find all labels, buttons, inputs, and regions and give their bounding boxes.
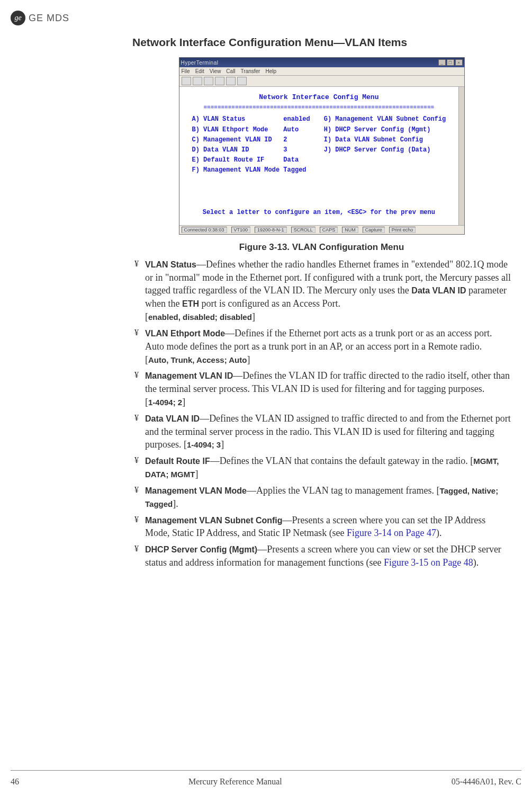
toolbar-icon xyxy=(215,77,224,85)
minimize-icon: _ xyxy=(438,59,446,66)
section-title: Network Interface Configuration Menu—VLA… xyxy=(132,36,511,49)
list-item: VLAN Status—Defines whether the radio ha… xyxy=(132,258,511,324)
terminal-screenshot: HyperTerminal _ □ × File Edit View Call … xyxy=(179,57,465,235)
inline-term: Data VLAN ID xyxy=(411,286,466,295)
status-cell: Print echo xyxy=(389,227,416,233)
list-item: Management VLAN Mode—Applies the VLAN ta… xyxy=(132,484,511,511)
status-cell: SCROLL xyxy=(291,227,315,233)
item-opts: 1-4094; 2 xyxy=(148,398,182,407)
toolbar-icon xyxy=(182,77,191,85)
menu-view: View xyxy=(210,68,221,74)
list-item: DHCP Server Config (Mgmt)—Presents a scr… xyxy=(132,543,511,569)
toolbar-icon xyxy=(204,77,213,85)
menu-edit: Edit xyxy=(195,68,204,74)
item-label: VLAN Status xyxy=(145,260,196,269)
list-item: Management VLAN Subnet Config—Presents a… xyxy=(132,514,511,540)
item-desc: —Applies the VLAN tag to management fram… xyxy=(247,485,437,496)
page-footer: 46 Mercury Reference Manual 05-4446A01, … xyxy=(11,777,521,787)
footer-center: Mercury Reference Manual xyxy=(19,777,452,787)
terminal-left-col: A) VLAN Status enabled B) VLAN Ethport M… xyxy=(192,114,310,175)
menu-file: File xyxy=(182,68,190,74)
item-desc: ). xyxy=(436,528,442,538)
toolbar-icon xyxy=(226,77,236,85)
menu-help: Help xyxy=(265,68,276,74)
item-label: Data VLAN ID xyxy=(145,414,200,423)
status-cell: Connected 0:38:03 xyxy=(182,227,227,233)
item-trail: . xyxy=(176,498,178,509)
item-opts: enabled, disabled; disabled xyxy=(148,312,252,321)
close-icon: × xyxy=(455,59,463,66)
list-item: VLAN Ethport Mode—Defines if the Etherne… xyxy=(132,327,511,366)
item-desc: port is configured as an Access Port. xyxy=(199,298,340,309)
terminal-underline: ========================================… xyxy=(186,103,453,113)
inline-term: ETH xyxy=(182,299,199,308)
status-cell: Capture xyxy=(363,227,385,233)
item-desc: —Defines the VLAN that contains the defa… xyxy=(210,455,471,466)
menu-call: Call xyxy=(226,68,235,74)
item-desc: ). xyxy=(473,557,479,568)
footer-rule xyxy=(11,770,521,771)
status-cell: 19200-8-N-1 xyxy=(255,227,287,233)
item-opts: 1-4094; 3 xyxy=(187,440,221,449)
item-label: Default Route IF xyxy=(145,457,210,466)
scrollbar xyxy=(458,87,464,225)
item-label: DHCP Server Config (Mgmt) xyxy=(145,545,257,554)
maximize-icon: □ xyxy=(447,59,454,66)
footer-right: 05-4446A01, Rev. C xyxy=(452,777,521,787)
list-item: Default Route IF—Defines the VLAN that c… xyxy=(132,454,511,481)
item-opts: Auto, Trunk, Access; Auto xyxy=(148,355,247,364)
terminal-title: Network Interface Config Menu xyxy=(186,92,453,103)
brand-name: GE MDS xyxy=(29,13,69,24)
status-cell: VT100 xyxy=(231,227,251,233)
status-cell: CAPS xyxy=(320,227,338,233)
figure-caption: Figure 3-13. VLAN Configuration Menu xyxy=(132,242,511,253)
item-label: Management VLAN Mode xyxy=(145,486,247,495)
status-cell: NUM xyxy=(342,227,358,233)
ge-logo-icon: ge xyxy=(11,11,25,25)
item-label: Management VLAN Subnet Config xyxy=(145,516,283,525)
terminal-right-col: G) Management VLAN Subnet Config H) DHCP… xyxy=(324,114,446,175)
item-label: Management VLAN ID xyxy=(145,371,233,380)
terminal-footer: Select a letter to configure an item, <E… xyxy=(186,208,453,218)
item-label: VLAN Ethport Mode xyxy=(145,329,225,338)
menu-transfer: Transfer xyxy=(241,68,260,74)
list-item: Data VLAN ID—Defines the VLAN ID assigne… xyxy=(132,412,511,451)
cross-reference: Figure 3-15 on Page 48 xyxy=(384,557,473,568)
cross-reference: Figure 3-14 on Page 47 xyxy=(347,528,436,538)
toolbar-icon xyxy=(193,77,202,85)
brand-header: ge GE MDS xyxy=(11,11,521,25)
list-item: Management VLAN ID—Defines the VLAN ID f… xyxy=(132,369,511,408)
page-number: 46 xyxy=(11,777,19,787)
toolbar-icon xyxy=(237,77,247,85)
window-title: HyperTerminal xyxy=(181,60,219,66)
